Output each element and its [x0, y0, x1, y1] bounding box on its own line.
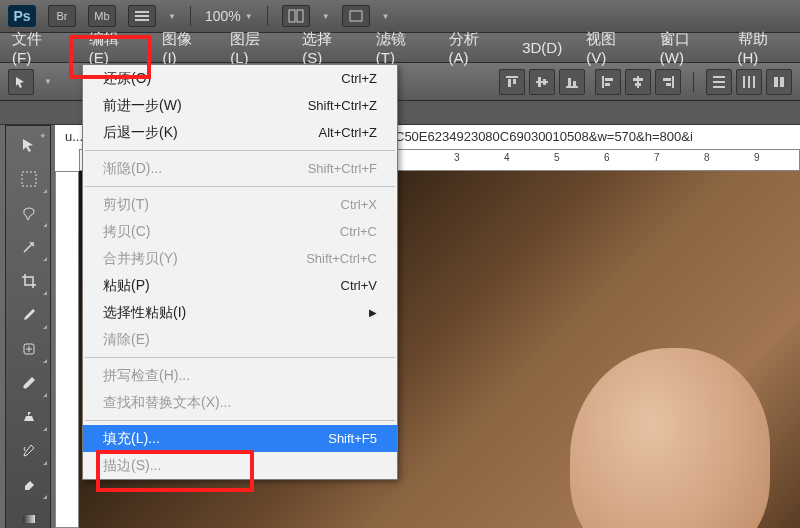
eraser-tool[interactable] — [10, 470, 48, 500]
crop-tool[interactable] — [10, 266, 48, 296]
svg-rect-2 — [135, 19, 149, 21]
svg-rect-16 — [605, 78, 613, 81]
menu-view[interactable]: 视图(V) — [574, 33, 648, 62]
svg-rect-30 — [774, 77, 778, 87]
svg-rect-5 — [350, 11, 362, 21]
menu-paste-special[interactable]: 选择性粘贴(I)▶ — [83, 299, 397, 326]
ruler-mark: 3 — [454, 152, 460, 163]
svg-rect-28 — [748, 76, 750, 88]
photo-subject — [570, 348, 770, 528]
lasso-tool[interactable] — [10, 198, 48, 228]
distribute-space-icon[interactable] — [766, 69, 792, 95]
menu-fade: 渐隐(D)...Shift+Ctrl+F — [83, 155, 397, 182]
menu-filter[interactable]: 滤镜(T) — [364, 33, 437, 62]
svg-rect-18 — [637, 76, 639, 88]
ps-logo: Ps — [8, 5, 36, 27]
eyedropper-tool[interactable] — [10, 300, 48, 330]
svg-rect-21 — [672, 76, 674, 88]
distribute-group — [706, 69, 792, 95]
minibridge-button[interactable]: Mb — [88, 5, 116, 27]
document-filename-right: C50E6234923080C69030010508&w=570&h=800&i — [395, 129, 693, 144]
toolbox: ✦ — [5, 125, 51, 528]
chevron-down-icon: ▼ — [168, 12, 176, 21]
ruler-vertical[interactable] — [55, 171, 79, 528]
menu-select[interactable]: 选择(S) — [290, 33, 364, 62]
align-right-icon[interactable] — [655, 69, 681, 95]
svg-rect-15 — [602, 76, 604, 88]
menu-find-replace: 查找和替换文本(X)... — [83, 389, 397, 416]
svg-rect-14 — [573, 81, 576, 86]
svg-rect-25 — [713, 81, 725, 83]
ruler-mark: 5 — [554, 152, 560, 163]
move-tool-preset[interactable] — [8, 69, 34, 95]
svg-rect-13 — [568, 78, 571, 86]
move-tool[interactable]: ✦ — [10, 130, 48, 160]
menu-copy: 拷贝(C)Ctrl+C — [83, 218, 397, 245]
menu-analysis[interactable]: 分析(A) — [437, 33, 511, 62]
menu-paste[interactable]: 粘贴(P)Ctrl+V — [83, 272, 397, 299]
healing-brush-tool[interactable] — [10, 334, 48, 364]
svg-rect-7 — [508, 79, 511, 87]
gradient-tool[interactable] — [10, 504, 48, 528]
svg-rect-8 — [513, 79, 516, 84]
ruler-mark: 9 — [754, 152, 760, 163]
chevron-down-icon: ▼ — [382, 12, 390, 21]
ruler-mark: 6 — [604, 152, 610, 163]
menubar: 文件(F) 编辑(E) 图像(I) 图层(L) 选择(S) 滤镜(T) 分析(A… — [0, 33, 800, 63]
screen-mode-button[interactable] — [342, 5, 370, 27]
menu-spellcheck: 拼写检查(H)... — [83, 362, 397, 389]
menu-help[interactable]: 帮助(H) — [726, 33, 800, 62]
menu-step-backward[interactable]: 后退一步(K)Alt+Ctrl+Z — [83, 119, 397, 146]
menu-layer[interactable]: 图层(L) — [218, 33, 290, 62]
svg-rect-23 — [666, 83, 671, 86]
svg-rect-17 — [605, 83, 610, 86]
align-top-icon[interactable] — [499, 69, 525, 95]
menu-edit[interactable]: 编辑(E) — [77, 33, 151, 62]
arrange-docs-button[interactable] — [282, 5, 310, 27]
svg-rect-24 — [713, 76, 725, 78]
menu-undo[interactable]: 还原(O)Ctrl+Z — [83, 65, 397, 92]
magic-wand-tool[interactable] — [10, 232, 48, 262]
menu-step-forward[interactable]: 前进一步(W)Shift+Ctrl+Z — [83, 92, 397, 119]
history-brush-tool[interactable] — [10, 436, 48, 466]
menu-stroke: 描边(S)... — [83, 452, 397, 479]
svg-point-33 — [32, 242, 34, 244]
align-left-icon[interactable] — [595, 69, 621, 95]
svg-rect-4 — [297, 10, 303, 22]
menu-3d[interactable]: 3D(D) — [510, 33, 574, 62]
chevron-down-icon: ▼ — [322, 12, 330, 21]
distribute-v-icon[interactable] — [706, 69, 732, 95]
menu-file[interactable]: 文件(F) — [0, 33, 73, 62]
menu-image[interactable]: 图像(I) — [150, 33, 218, 62]
view-extras-button[interactable] — [128, 5, 156, 27]
svg-rect-1 — [135, 15, 149, 17]
align-group — [499, 69, 585, 95]
ruler-mark: 8 — [704, 152, 710, 163]
menu-cut: 剪切(T)Ctrl+X — [83, 191, 397, 218]
edit-dropdown-menu: 还原(O)Ctrl+Z 前进一步(W)Shift+Ctrl+Z 后退一步(K)A… — [82, 64, 398, 480]
menu-window[interactable]: 窗口(W) — [648, 33, 726, 62]
brush-tool[interactable] — [10, 368, 48, 398]
svg-rect-29 — [753, 76, 755, 88]
svg-rect-34 — [24, 344, 34, 354]
svg-rect-6 — [506, 76, 518, 78]
svg-rect-3 — [289, 10, 295, 22]
align-hcenter-icon[interactable] — [625, 69, 651, 95]
svg-rect-0 — [135, 11, 149, 13]
distribute-h-icon[interactable] — [736, 69, 762, 95]
clone-stamp-tool[interactable] — [10, 402, 48, 432]
align-bottom-icon[interactable] — [559, 69, 585, 95]
svg-rect-26 — [713, 86, 725, 88]
svg-rect-19 — [633, 78, 643, 81]
menu-fill[interactable]: 填充(L)...Shift+F5 — [83, 425, 397, 452]
zoom-level[interactable]: 100% ▼ — [205, 8, 253, 24]
ruler-mark: 4 — [504, 152, 510, 163]
menu-clear: 清除(E) — [83, 326, 397, 353]
bridge-button[interactable]: Br — [48, 5, 76, 27]
svg-rect-11 — [543, 79, 546, 85]
menu-copy-merged: 合并拷贝(Y)Shift+Ctrl+C — [83, 245, 397, 272]
marquee-tool[interactable] — [10, 164, 48, 194]
chevron-down-icon: ▼ — [44, 77, 52, 86]
svg-rect-27 — [743, 76, 745, 88]
align-vcenter-icon[interactable] — [529, 69, 555, 95]
